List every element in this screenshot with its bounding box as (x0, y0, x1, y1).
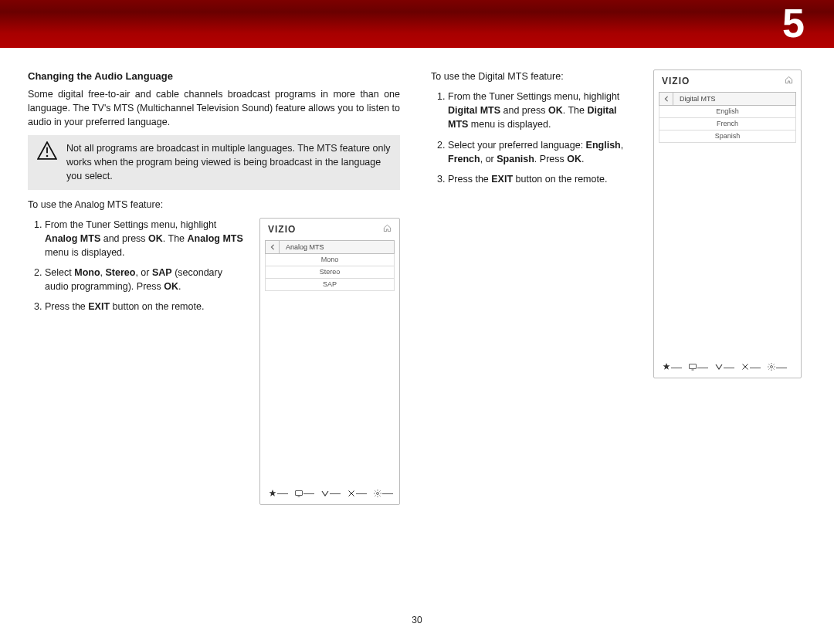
tv-toolbar (260, 484, 399, 504)
analog-step-2: Select Mono, Stereo, or SAP (secondary a… (45, 266, 247, 293)
right-column: To use the Digital MTS feature: From the… (431, 69, 802, 632)
page-content: Changing the Audio Language Some digital… (0, 48, 834, 632)
tv-logo: VIZIO (268, 223, 296, 236)
menu-title: Digital MTS (659, 92, 796, 106)
home-icon (383, 224, 392, 236)
digital-step-3: Press the EXIT button on the remote. (448, 172, 639, 186)
menu-item: French (659, 118, 796, 130)
gear-icon (373, 489, 393, 498)
menu-item: SAP (265, 279, 395, 291)
digital-lead: To use the Digital MTS feature: (431, 69, 639, 83)
back-icon (659, 93, 673, 105)
tv-logo: VIZIO (662, 75, 690, 88)
close-icon (741, 362, 761, 371)
analog-lead: To use the Analog MTS feature: (28, 198, 400, 212)
menu-item: Mono (265, 254, 395, 266)
svg-point-7 (771, 366, 773, 368)
digital-step-1: From the Tuner Settings menu, highlight … (448, 90, 639, 131)
gear-icon (767, 362, 787, 371)
home-icon (785, 76, 793, 87)
warning-box: Not all programs are broadcast in multip… (28, 135, 400, 189)
v-icon (320, 489, 341, 498)
menu-item: English (659, 106, 796, 118)
close-icon (347, 489, 367, 498)
digital-steps: From the Tuner Settings menu, highlight … (431, 90, 639, 186)
svg-rect-2 (296, 490, 303, 495)
star-icon (662, 362, 682, 371)
analog-steps: From the Tuner Settings menu, highlight … (28, 218, 247, 314)
menu-title: Analog MTS (265, 240, 395, 254)
tv-icon (294, 489, 314, 498)
analog-section: From the Tuner Settings menu, highlight … (28, 218, 400, 505)
star-icon (268, 489, 288, 498)
tv-panel-analog: VIZIO Analog MTS Mono Stereo SAP (259, 218, 400, 505)
tv-panel-digital: VIZIO Digital MTS English French Spanish (653, 69, 802, 378)
intro-paragraph: Some digital free-to-air and cable chann… (28, 87, 400, 129)
menu-item: Stereo (265, 266, 395, 279)
tv-icon (688, 362, 708, 371)
chapter-number: 5 (782, 0, 805, 46)
page-number: 30 (0, 615, 834, 625)
v-icon (714, 362, 734, 371)
svg-rect-5 (690, 364, 697, 369)
svg-point-1 (46, 155, 49, 158)
svg-point-4 (377, 492, 379, 494)
warning-icon (37, 141, 57, 160)
analog-step-3: Press the EXIT button on the remote. (45, 300, 247, 314)
back-icon (266, 241, 280, 253)
warning-text: Not all programs are broadcast in multip… (66, 141, 391, 183)
menu-item: Spanish (659, 130, 796, 143)
digital-step-2: Select your preferred language: English,… (448, 138, 639, 166)
section-heading: Changing the Audio Language (28, 69, 400, 84)
tv-toolbar (654, 358, 801, 378)
analog-step-1: From the Tuner Settings menu, highlight … (45, 218, 247, 259)
header-bar: 5 (0, 0, 834, 48)
menu-title-label: Digital MTS (673, 94, 716, 104)
menu-title-label: Analog MTS (280, 242, 324, 253)
left-column: Changing the Audio Language Some digital… (28, 69, 400, 632)
